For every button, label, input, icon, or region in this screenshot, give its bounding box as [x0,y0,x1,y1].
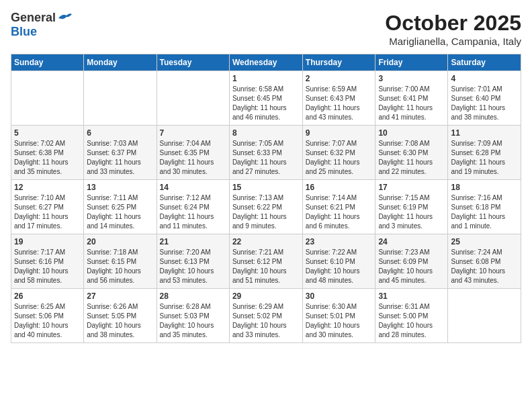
day-number: 20 [87,237,153,246]
day-number: 9 [306,128,373,138]
logo-blue: Blue [11,25,37,39]
calendar-week-row: 12Sunrise: 7:10 AMSunset: 6:27 PMDayligh… [11,180,521,234]
day-number: 8 [232,128,300,138]
day-number: 30 [306,291,373,301]
calendar-week-row: 5Sunrise: 7:02 AMSunset: 6:38 PMDaylight… [11,126,521,180]
day-number: 26 [14,291,81,301]
logo: General Blue [11,11,72,39]
cell-content: Sunrise: 7:07 AMSunset: 6:32 PMDaylight:… [306,139,373,177]
cell-content: Sunrise: 6:31 AMSunset: 5:00 PMDaylight:… [378,302,445,340]
day-number: 2 [306,74,373,83]
day-number: 22 [232,237,300,246]
cell-content: Sunrise: 6:29 AMSunset: 5:02 PMDaylight:… [232,302,300,340]
calendar-cell: 8Sunrise: 7:05 AMSunset: 6:33 PMDaylight… [229,126,302,180]
calendar-cell: 18Sunrise: 7:16 AMSunset: 6:18 PMDayligh… [448,180,521,234]
cell-content: Sunrise: 6:25 AMSunset: 5:06 PMDaylight:… [14,302,81,340]
day-number: 31 [378,291,445,301]
day-number: 4 [451,74,518,83]
day-number: 23 [306,237,373,246]
cell-content: Sunrise: 6:26 AMSunset: 5:05 PMDaylight:… [87,302,153,340]
cell-content: Sunrise: 7:03 AMSunset: 6:37 PMDaylight:… [87,139,153,177]
cell-content: Sunrise: 6:59 AMSunset: 6:43 PMDaylight:… [306,85,373,122]
weekday-header: Wednesday [229,54,302,71]
cell-content: Sunrise: 7:20 AMSunset: 6:13 PMDaylight:… [160,248,226,285]
page-header: General Blue October 2025 Mariglianella,… [11,11,521,47]
cell-content: Sunrise: 7:05 AMSunset: 6:33 PMDaylight:… [232,139,300,177]
day-number: 15 [232,183,300,192]
calendar-cell: 15Sunrise: 7:13 AMSunset: 6:22 PMDayligh… [229,180,302,234]
day-number: 10 [378,128,445,138]
day-number: 13 [87,183,153,192]
day-number: 18 [451,183,518,192]
calendar-week-row: 26Sunrise: 6:25 AMSunset: 5:06 PMDayligh… [11,289,521,343]
cell-content: Sunrise: 7:16 AMSunset: 6:18 PMDaylight:… [451,193,518,231]
weekday-header: Thursday [302,54,375,71]
cell-content: Sunrise: 6:30 AMSunset: 5:01 PMDaylight:… [306,302,373,340]
cell-content: Sunrise: 7:17 AMSunset: 6:16 PMDaylight:… [14,248,81,285]
cell-content: Sunrise: 7:21 AMSunset: 6:12 PMDaylight:… [232,248,300,285]
day-number: 17 [378,183,445,192]
calendar-cell [448,289,521,343]
day-number: 21 [160,237,226,246]
calendar-cell: 20Sunrise: 7:18 AMSunset: 6:15 PMDayligh… [84,234,157,289]
calendar-cell: 2Sunrise: 6:59 AMSunset: 6:43 PMDaylight… [302,71,375,126]
cell-content: Sunrise: 7:24 AMSunset: 6:08 PMDaylight:… [451,248,518,285]
cell-content: Sunrise: 7:11 AMSunset: 6:25 PMDaylight:… [87,193,153,231]
day-number: 14 [160,183,226,192]
calendar-cell: 21Sunrise: 7:20 AMSunset: 6:13 PMDayligh… [157,234,229,289]
calendar-cell: 10Sunrise: 7:08 AMSunset: 6:30 PMDayligh… [375,126,448,180]
day-number: 25 [451,237,518,246]
calendar-week-row: 1Sunrise: 6:58 AMSunset: 6:45 PMDaylight… [11,71,521,126]
calendar-table: SundayMondayTuesdayWednesdayThursdayFrid… [11,54,521,343]
logo-general: General [11,11,56,25]
calendar-cell: 25Sunrise: 7:24 AMSunset: 6:08 PMDayligh… [448,234,521,289]
calendar-cell: 7Sunrise: 7:04 AMSunset: 6:35 PMDaylight… [157,126,229,180]
calendar-cell: 11Sunrise: 7:09 AMSunset: 6:28 PMDayligh… [448,126,521,180]
day-number: 11 [451,128,518,138]
calendar-header-row: SundayMondayTuesdayWednesdayThursdayFrid… [11,54,521,71]
calendar-cell: 26Sunrise: 6:25 AMSunset: 5:06 PMDayligh… [11,289,84,343]
calendar-cell: 31Sunrise: 6:31 AMSunset: 5:00 PMDayligh… [375,289,448,343]
cell-content: Sunrise: 7:04 AMSunset: 6:35 PMDaylight:… [160,139,226,177]
calendar-cell: 4Sunrise: 7:01 AMSunset: 6:40 PMDaylight… [448,71,521,126]
weekday-header: Tuesday [157,54,229,71]
calendar-cell: 30Sunrise: 6:30 AMSunset: 5:01 PMDayligh… [302,289,375,343]
calendar-cell: 19Sunrise: 7:17 AMSunset: 6:16 PMDayligh… [11,234,84,289]
calendar-cell: 6Sunrise: 7:03 AMSunset: 6:37 PMDaylight… [84,126,157,180]
day-number: 27 [87,291,153,301]
cell-content: Sunrise: 7:15 AMSunset: 6:19 PMDaylight:… [378,193,445,231]
day-number: 24 [378,237,445,246]
day-number: 12 [14,183,81,192]
weekday-header: Friday [375,54,448,71]
day-number: 19 [14,237,81,246]
calendar-cell [11,71,84,126]
day-number: 5 [14,128,81,138]
cell-content: Sunrise: 7:23 AMSunset: 6:09 PMDaylight:… [378,248,445,285]
day-number: 16 [306,183,373,192]
cell-content: Sunrise: 7:18 AMSunset: 6:15 PMDaylight:… [87,248,153,285]
day-number: 28 [160,291,226,301]
calendar-week-row: 19Sunrise: 7:17 AMSunset: 6:16 PMDayligh… [11,234,521,289]
calendar-cell: 17Sunrise: 7:15 AMSunset: 6:19 PMDayligh… [375,180,448,234]
cell-content: Sunrise: 7:02 AMSunset: 6:38 PMDaylight:… [14,139,81,177]
location: Mariglianella, Campania, Italy [385,36,521,47]
calendar-cell: 12Sunrise: 7:10 AMSunset: 6:27 PMDayligh… [11,180,84,234]
day-number: 1 [232,74,300,83]
calendar-cell: 23Sunrise: 7:22 AMSunset: 6:10 PMDayligh… [302,234,375,289]
calendar-cell: 29Sunrise: 6:29 AMSunset: 5:02 PMDayligh… [229,289,302,343]
calendar-cell [157,71,229,126]
calendar-cell: 13Sunrise: 7:11 AMSunset: 6:25 PMDayligh… [84,180,157,234]
cell-content: Sunrise: 7:14 AMSunset: 6:21 PMDaylight:… [306,193,373,231]
calendar-cell: 24Sunrise: 7:23 AMSunset: 6:09 PMDayligh… [375,234,448,289]
cell-content: Sunrise: 7:01 AMSunset: 6:40 PMDaylight:… [451,85,518,122]
cell-content: Sunrise: 7:09 AMSunset: 6:28 PMDaylight:… [451,139,518,177]
cell-content: Sunrise: 7:13 AMSunset: 6:22 PMDaylight:… [232,193,300,231]
calendar-cell: 16Sunrise: 7:14 AMSunset: 6:21 PMDayligh… [302,180,375,234]
calendar-cell: 1Sunrise: 6:58 AMSunset: 6:45 PMDaylight… [229,71,302,126]
calendar-cell: 28Sunrise: 6:28 AMSunset: 5:03 PMDayligh… [157,289,229,343]
day-number: 6 [87,128,153,138]
calendar-cell: 3Sunrise: 7:00 AMSunset: 6:41 PMDaylight… [375,71,448,126]
calendar-cell: 22Sunrise: 7:21 AMSunset: 6:12 PMDayligh… [229,234,302,289]
day-number: 3 [378,74,445,83]
cell-content: Sunrise: 7:22 AMSunset: 6:10 PMDaylight:… [306,248,373,285]
